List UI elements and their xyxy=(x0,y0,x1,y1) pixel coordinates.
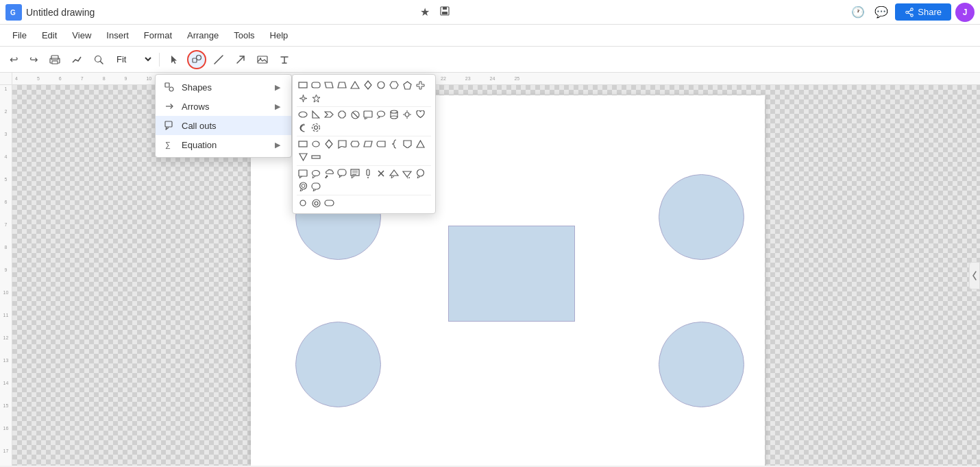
zoom-button[interactable] xyxy=(89,51,108,68)
shape-chevron[interactable] xyxy=(323,108,335,121)
shape-down-callout[interactable] xyxy=(401,167,413,180)
svg-point-84 xyxy=(315,202,318,205)
shape-cross[interactable] xyxy=(414,79,426,91)
svg-marker-58 xyxy=(364,141,372,147)
shape-pentagon[interactable] xyxy=(401,79,413,91)
shape-flow-prep[interactable] xyxy=(349,138,361,150)
zoom-select[interactable]: Fit 50% 75% 100% 150% 200% xyxy=(111,52,154,67)
user-avatar[interactable]: J xyxy=(955,3,975,22)
svg-point-46 xyxy=(391,116,397,119)
svg-marker-28 xyxy=(365,81,371,89)
shape-flow-doc[interactable] xyxy=(336,138,348,150)
shape-hexagon[interactable] xyxy=(388,79,400,91)
svg-point-41 xyxy=(378,117,380,118)
shape-cylinder[interactable] xyxy=(388,108,400,121)
menu-bar: File Edit View Insert Format Arrange Too… xyxy=(0,25,980,47)
shape-flow-data[interactable] xyxy=(362,138,374,150)
redo-button[interactable]: ↪ xyxy=(25,51,42,69)
shape-moon[interactable] xyxy=(297,121,309,134)
shape-pill-callout[interactable] xyxy=(310,180,322,193)
dropdown-item-equation[interactable]: ∑ Equation ▶ xyxy=(156,135,291,154)
shape-circle[interactable] xyxy=(375,79,387,91)
shape-rtriangle[interactable] xyxy=(310,108,322,121)
shape-ellipse[interactable] xyxy=(297,108,309,121)
menu-help[interactable]: Help xyxy=(263,27,295,43)
shape-cloud-callout[interactable] xyxy=(323,167,335,180)
shape-rect-wide[interactable] xyxy=(310,151,322,163)
rect-center[interactable] xyxy=(448,226,575,322)
shape-lines-callout[interactable] xyxy=(349,167,361,180)
shape-parallelogram[interactable] xyxy=(323,79,335,91)
cursor-button[interactable] xyxy=(165,51,184,68)
shape-snip[interactable] xyxy=(401,138,413,150)
svg-rect-7 xyxy=(51,56,58,60)
shape-circle-callout[interactable] xyxy=(414,167,426,180)
shape-triangle[interactable] xyxy=(349,79,361,91)
menu-file[interactable]: File xyxy=(5,27,34,43)
star-button[interactable]: ★ xyxy=(417,4,432,20)
shape-donut[interactable] xyxy=(310,197,322,209)
shape-x-mark[interactable] xyxy=(375,167,387,180)
dropdown-item-callouts[interactable]: Call outs xyxy=(156,116,291,135)
shapes-button[interactable] xyxy=(187,50,206,69)
menu-insert[interactable]: Insert xyxy=(99,27,136,43)
circle-bottom-right[interactable] xyxy=(659,322,744,407)
menu-arrange[interactable]: Arrange xyxy=(180,27,225,43)
spellcheck-button[interactable] xyxy=(67,51,86,68)
shape-tri-callout[interactable] xyxy=(388,167,400,180)
shape-rounded-rect[interactable] xyxy=(310,79,322,91)
shape-stadium[interactable] xyxy=(323,197,335,209)
circle-top-right[interactable] xyxy=(659,174,744,260)
shape-diamond[interactable] xyxy=(362,79,374,91)
shape-tri-down[interactable] xyxy=(297,151,309,163)
collapse-button[interactable] xyxy=(969,262,980,289)
shape-gear[interactable] xyxy=(310,121,322,134)
shape-rect-callout[interactable] xyxy=(297,167,309,180)
shape-oval-callout[interactable] xyxy=(310,167,322,180)
shape-flow-oval[interactable] xyxy=(310,138,322,150)
dropdown-item-shapes[interactable]: Shapes ▶ xyxy=(156,77,291,97)
image-button[interactable] xyxy=(253,51,272,68)
shape-star[interactable] xyxy=(310,92,322,104)
shape-no-sign[interactable] xyxy=(349,108,361,121)
shape-trapezoid[interactable] xyxy=(336,79,348,91)
shape-tri-up[interactable] xyxy=(414,138,426,150)
circle-bottom-left[interactable] xyxy=(295,322,381,407)
shapes-row-5 xyxy=(297,197,431,209)
shape-exclaim[interactable] xyxy=(362,167,374,180)
svg-point-33 xyxy=(299,112,307,117)
shape-heart[interactable] xyxy=(414,108,426,121)
save-button[interactable] xyxy=(437,4,453,21)
menu-tools[interactable]: Tools xyxy=(227,27,261,43)
shape-thought[interactable] xyxy=(375,108,387,121)
svg-point-64 xyxy=(313,170,320,176)
shape-speech[interactable] xyxy=(362,108,374,121)
shape-flow-diamond[interactable] xyxy=(323,138,335,150)
shape-curly-brace[interactable] xyxy=(388,138,400,150)
shape-round-callout[interactable] xyxy=(336,167,348,180)
shape-star4[interactable] xyxy=(297,92,309,104)
comment-button[interactable]: 💬 xyxy=(872,4,891,20)
undo-button[interactable]: ↩ xyxy=(5,51,23,69)
shape-rect[interactable] xyxy=(297,79,309,91)
dropdown-item-arrows[interactable]: Arrows ▶ xyxy=(156,97,291,116)
svg-rect-39 xyxy=(364,111,372,117)
menu-format[interactable]: Format xyxy=(137,27,179,43)
print-button[interactable] xyxy=(45,51,64,68)
share-button[interactable]: Share xyxy=(895,3,951,21)
arrow-button[interactable] xyxy=(231,51,250,68)
text-button[interactable] xyxy=(275,51,294,68)
shape-flow-rect[interactable] xyxy=(297,138,309,150)
line-button[interactable] xyxy=(209,51,228,68)
shape-octagon[interactable] xyxy=(336,108,348,121)
history-button[interactable]: 🕐 xyxy=(848,4,868,20)
svg-marker-35 xyxy=(325,112,333,117)
menu-view[interactable]: View xyxy=(65,27,98,43)
menu-edit[interactable]: Edit xyxy=(35,27,64,43)
shape-ring-callout[interactable] xyxy=(297,180,309,193)
share-label: Share xyxy=(918,7,942,17)
shape-flow-stored[interactable] xyxy=(375,138,387,150)
shape-sun[interactable] xyxy=(401,108,413,121)
shape-small-circle[interactable] xyxy=(297,197,309,209)
svg-marker-32 xyxy=(313,95,320,102)
